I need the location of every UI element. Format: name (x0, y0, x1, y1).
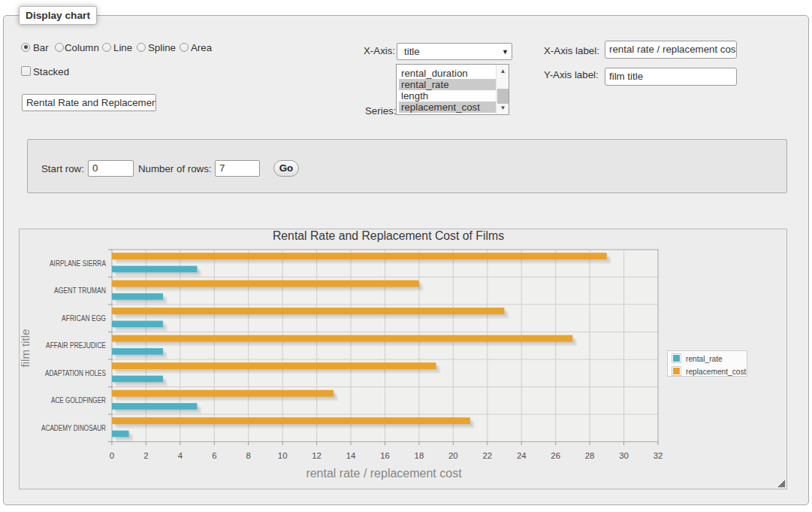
svg-text:0: 0 (110, 451, 114, 460)
svg-text:AFFAIR PREJUDICE: AFFAIR PREJUDICE (46, 341, 106, 350)
svg-text:6: 6 (212, 451, 216, 460)
svg-text:AGENT TRUMAN: AGENT TRUMAN (54, 286, 106, 295)
svg-text:AFRICAN EGG: AFRICAN EGG (62, 314, 106, 323)
svg-text:28: 28 (585, 451, 595, 460)
svg-text:film title: film title (19, 329, 32, 368)
svg-text:12: 12 (312, 451, 321, 460)
svg-text:24: 24 (517, 451, 527, 460)
svg-text:10: 10 (278, 451, 288, 460)
svg-text:rental rate / replacement cost: rental rate / replacement cost (306, 467, 462, 480)
svg-text:ACADEMY DINOSAUR: ACADEMY DINOSAUR (41, 424, 106, 432)
svg-text:Rental Rate and Replacement Co: Rental Rate and Replacement Cost of Film… (273, 229, 504, 242)
svg-text:16: 16 (380, 451, 390, 460)
svg-text:ACE GOLDFINGER: ACE GOLDFINGER (51, 396, 106, 404)
svg-text:ADAPTATION HOLES: ADAPTATION HOLES (45, 369, 106, 377)
svg-text:32: 32 (654, 451, 663, 460)
svg-text:22: 22 (482, 451, 492, 460)
svg-text:4: 4 (178, 451, 183, 460)
svg-text:2: 2 (143, 451, 148, 460)
svg-text:14: 14 (346, 451, 356, 460)
svg-text:8: 8 (246, 451, 251, 460)
svg-text:AIRPLANE SIERRA: AIRPLANE SIERRA (50, 259, 106, 268)
svg-text:18: 18 (415, 451, 424, 460)
svg-text:26: 26 (551, 451, 560, 460)
svg-text:20: 20 (448, 451, 458, 460)
svg-text:30: 30 (619, 451, 629, 460)
